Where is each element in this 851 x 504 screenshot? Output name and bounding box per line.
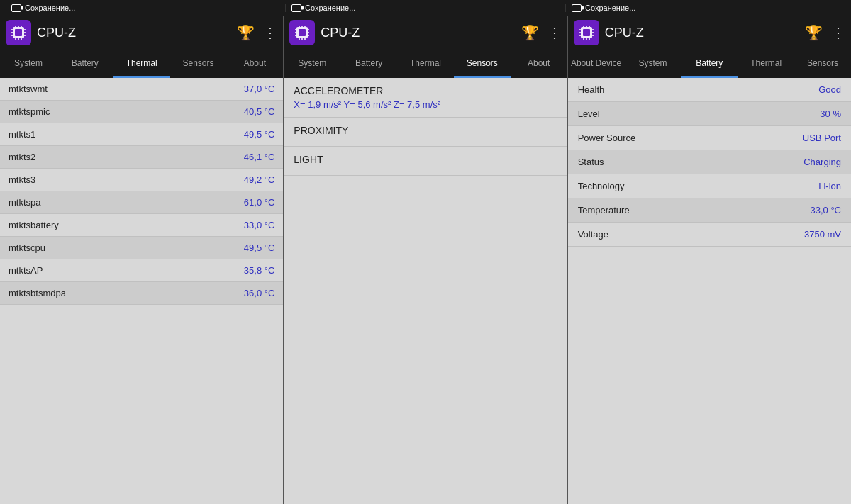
battery-status-icon-center <box>291 4 301 12</box>
thermal-name: mtktsAP <box>9 265 244 276</box>
more-icon-right[interactable]: ⋮ <box>831 24 845 41</box>
app-title-left: CPU-Z <box>37 26 231 40</box>
table-row: mtktsAP 35,8 °C <box>0 259 283 282</box>
tab-sensors-right[interactable]: Sensors <box>794 50 851 78</box>
thermal-name: mtktspa <box>9 197 244 208</box>
sensor-value: X= 1,9 m/s² Y= 5,6 m/s² Z= 7,5 m/s² <box>294 99 557 110</box>
tab-battery-left[interactable]: Battery <box>57 50 113 78</box>
cpu-z-icon-right <box>574 20 599 45</box>
tab-battery-right[interactable]: Battery <box>681 50 738 78</box>
svg-rect-29 <box>583 29 590 36</box>
thermal-name: mtktsbtsmdpa <box>9 288 244 298</box>
thermal-value: 49,5 °C <box>244 129 275 140</box>
tab-sensors-center[interactable]: Sensors <box>454 50 511 78</box>
battery-label: Health <box>578 84 819 95</box>
table-row: Temperature 33,0 °C <box>568 198 851 223</box>
tab-thermal-center[interactable]: Thermal <box>397 50 454 78</box>
thermal-value: 61,0 °C <box>244 197 275 208</box>
thermal-value: 46,1 °C <box>244 152 275 162</box>
thermal-table-left: mtktswmt 37,0 °C mtktspmic 40,5 °C mtkts… <box>0 78 283 305</box>
table-row: Technology Li-ion <box>568 174 851 198</box>
svg-rect-15 <box>299 29 306 36</box>
thermal-name: mtktswmt <box>9 84 244 94</box>
more-icon-center[interactable]: ⋮ <box>547 24 562 41</box>
tab-about-center[interactable]: About <box>511 50 567 78</box>
sensor-name: LIGHT <box>294 154 557 165</box>
table-row: mtktspmic 40,5 °C <box>0 101 283 123</box>
tab-system-left[interactable]: System <box>0 50 57 78</box>
trophy-icon-center[interactable]: 🏆 <box>521 24 539 41</box>
panel-left: CPU-Z 🏆 ⋮ System Battery Thermal Sensors… <box>0 16 284 504</box>
app-bar-actions-right: 🏆 ⋮ <box>805 24 845 41</box>
content-center: ACCELEROMETER X= 1,9 m/s² Y= 5,6 m/s² Z=… <box>284 78 567 504</box>
sensor-name: ACCELEROMETER <box>294 85 557 96</box>
status-text-center: Сохранение... <box>305 4 355 12</box>
thermal-name: mtktspmic <box>9 106 244 117</box>
app-bar-right: CPU-Z 🏆 ⋮ <box>568 16 851 50</box>
tab-thermal-left[interactable]: Thermal <box>113 50 170 78</box>
tab-system-right[interactable]: System <box>625 50 682 78</box>
tab-system-center[interactable]: System <box>284 50 340 78</box>
panel-right: CPU-Z 🏆 ⋮ About Device System Battery Th… <box>568 16 851 504</box>
trophy-icon-left[interactable]: 🏆 <box>237 24 255 41</box>
app-title-right: CPU-Z <box>605 26 799 40</box>
battery-status-icon-right <box>572 4 582 12</box>
status-text-right: Сохранение... <box>585 4 635 12</box>
table-row: mtkts1 49,5 °C <box>0 123 283 146</box>
table-row: mtkts2 46,1 °C <box>0 146 283 169</box>
battery-value: Good <box>818 84 841 95</box>
status-segment-right: Сохранение... <box>566 4 845 12</box>
battery-value: 33,0 °C <box>810 205 841 215</box>
battery-status-icon-left <box>11 4 21 12</box>
table-row: mtktspa 61,0 °C <box>0 191 283 214</box>
list-item: LIGHT <box>284 147 567 176</box>
more-icon-left[interactable]: ⋮ <box>263 24 277 41</box>
thermal-value: 40,5 °C <box>244 106 275 117</box>
thermal-value: 36,0 °C <box>244 288 275 298</box>
app-bar-center: CPU-Z 🏆 ⋮ <box>284 16 567 50</box>
table-row: Status Charging <box>568 150 851 174</box>
tab-about-left[interactable]: About <box>226 50 283 78</box>
panel-center: CPU-Z 🏆 ⋮ System Battery Thermal Sensors… <box>284 16 567 504</box>
svg-rect-1 <box>15 29 22 36</box>
table-row: mtktswmt 37,0 °C <box>0 78 283 101</box>
battery-value: Charging <box>803 157 841 167</box>
tab-sensors-left[interactable]: Sensors <box>170 50 227 78</box>
tab-battery-center[interactable]: Battery <box>340 50 397 78</box>
tab-about-device-right[interactable]: About Device <box>568 50 625 78</box>
battery-container: Health Good Level 30 % Power Source USB … <box>568 78 851 247</box>
panels-row: CPU-Z 🏆 ⋮ System Battery Thermal Sensors… <box>0 16 851 504</box>
thermal-name: mtkts2 <box>9 152 244 162</box>
status-segment-left: Сохранение... <box>6 4 286 12</box>
battery-value: 3750 mV <box>804 229 841 240</box>
battery-label: Temperature <box>578 205 811 215</box>
battery-value: USB Port <box>803 133 841 143</box>
battery-label: Power Source <box>578 133 803 143</box>
table-row: Power Source USB Port <box>568 126 851 150</box>
table-row: Voltage 3750 mV <box>568 223 851 247</box>
thermal-value: 49,5 °C <box>244 242 275 253</box>
app-title-center: CPU-Z <box>321 26 515 40</box>
table-row: Level 30 % <box>568 102 851 126</box>
content-left: mtktswmt 37,0 °C mtktspmic 40,5 °C mtkts… <box>0 78 283 504</box>
table-row: mtktsbattery 33,0 °C <box>0 214 283 237</box>
thermal-name: mtkts3 <box>9 174 244 185</box>
battery-value: 30 % <box>820 108 841 119</box>
table-row: Health Good <box>568 78 851 102</box>
tab-bar-right: About Device System Battery Thermal Sens… <box>568 50 851 78</box>
battery-label: Voltage <box>578 229 804 240</box>
thermal-name: mtkts1 <box>9 129 244 140</box>
status-bar-row: Сохранение... Сохранение... Сохранение..… <box>0 0 851 16</box>
trophy-icon-right[interactable]: 🏆 <box>805 24 823 41</box>
tab-bar-center: System Battery Thermal Sensors About <box>284 50 567 78</box>
tab-thermal-right[interactable]: Thermal <box>738 50 794 78</box>
content-right: Health Good Level 30 % Power Source USB … <box>568 78 851 504</box>
tab-bar-left: System Battery Thermal Sensors About <box>0 50 283 78</box>
battery-label: Level <box>578 108 821 119</box>
thermal-value: 37,0 °C <box>244 84 275 94</box>
sensor-name: PROXIMITY <box>294 125 557 136</box>
thermal-name: mtktscpu <box>9 242 244 253</box>
list-item: PROXIMITY <box>284 118 567 147</box>
cpu-z-icon-left <box>6 20 31 45</box>
cpu-z-icon-center <box>289 20 315 45</box>
